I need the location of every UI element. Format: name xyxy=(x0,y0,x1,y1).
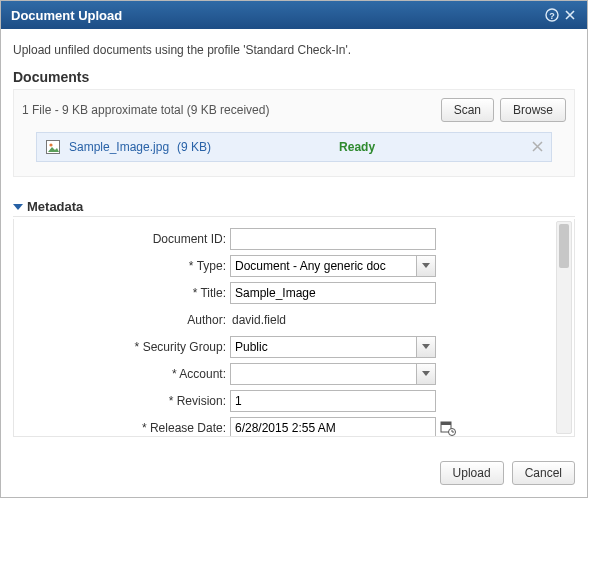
security-group-combo[interactable] xyxy=(230,336,436,358)
file-name: Sample_Image.jpg xyxy=(69,140,169,154)
label-revision: Revision: xyxy=(20,394,230,408)
image-file-icon xyxy=(45,139,61,155)
dialog-instruction: Upload unfiled documents using the profi… xyxy=(13,43,575,57)
documents-summary: 1 File - 9 KB approximate total (9 KB re… xyxy=(22,103,435,117)
label-type: Type: xyxy=(20,259,230,273)
security-group-dropdown-button[interactable] xyxy=(416,336,436,358)
upload-button[interactable]: Upload xyxy=(440,461,504,485)
type-dropdown-button[interactable] xyxy=(416,255,436,277)
account-input[interactable] xyxy=(230,363,416,385)
metadata-body: Document ID: Type: Title: Author: xyxy=(13,219,575,437)
label-release-date: Release Date: xyxy=(20,421,230,435)
documents-heading: Documents xyxy=(13,69,575,85)
chevron-down-icon xyxy=(422,263,430,268)
chevron-down-icon xyxy=(422,371,430,376)
account-combo[interactable] xyxy=(230,363,436,385)
document-upload-dialog: Document Upload ? Upload unfiled documen… xyxy=(0,0,588,498)
help-icon[interactable]: ? xyxy=(543,6,561,24)
disclosure-down-icon xyxy=(13,204,23,210)
dialog-titlebar[interactable]: Document Upload ? xyxy=(1,1,587,29)
browse-button[interactable]: Browse xyxy=(500,98,566,122)
dialog-footer: Upload Cancel xyxy=(1,443,587,497)
revision-input[interactable] xyxy=(230,390,436,412)
label-title: Title: xyxy=(20,286,230,300)
close-icon[interactable] xyxy=(561,6,579,24)
title-input[interactable] xyxy=(230,282,436,304)
dialog-title: Document Upload xyxy=(11,8,122,23)
file-row[interactable]: Sample_Image.jpg (9 KB) Ready xyxy=(36,132,552,162)
file-size: (9 KB) xyxy=(177,140,211,154)
metadata-header[interactable]: Metadata xyxy=(13,199,575,217)
chevron-down-icon xyxy=(422,344,430,349)
datetime-picker-icon[interactable] xyxy=(440,420,456,436)
metadata-scrollbar[interactable] xyxy=(556,221,572,434)
release-date-input[interactable] xyxy=(230,417,436,438)
type-combo[interactable] xyxy=(230,255,436,277)
author-value: david.field xyxy=(230,313,286,327)
label-security-group: Security Group: xyxy=(20,340,230,354)
scrollbar-thumb[interactable] xyxy=(559,224,569,268)
documents-panel: 1 File - 9 KB approximate total (9 KB re… xyxy=(13,89,575,177)
label-document-id: Document ID: xyxy=(20,232,230,246)
document-id-input[interactable] xyxy=(230,228,436,250)
file-status: Ready xyxy=(339,140,375,154)
svg-text:?: ? xyxy=(549,11,555,21)
label-account: Account: xyxy=(20,367,230,381)
cancel-button[interactable]: Cancel xyxy=(512,461,575,485)
account-dropdown-button[interactable] xyxy=(416,363,436,385)
metadata-heading: Metadata xyxy=(27,199,83,214)
scan-button[interactable]: Scan xyxy=(441,98,494,122)
svg-point-3 xyxy=(49,143,52,146)
type-input[interactable] xyxy=(230,255,416,277)
svg-rect-5 xyxy=(441,422,451,425)
remove-file-icon[interactable] xyxy=(532,140,543,155)
label-author: Author: xyxy=(20,313,230,327)
security-group-input[interactable] xyxy=(230,336,416,358)
